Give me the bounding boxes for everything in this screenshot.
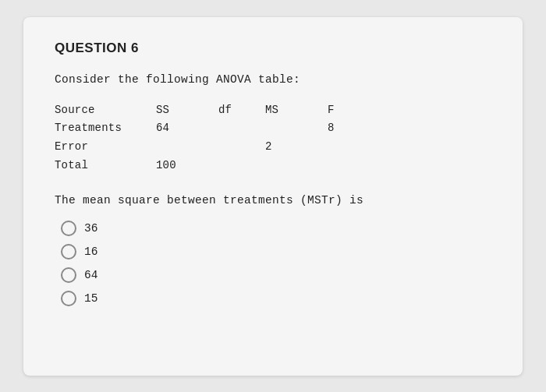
- source-treatments: Treatments: [55, 119, 156, 138]
- question-card: QUESTION 6 Consider the following ANOVA …: [23, 17, 523, 376]
- ss-error: [156, 138, 218, 157]
- col-ms-header: MS: [265, 101, 328, 120]
- ms-total: [265, 157, 328, 175]
- ss-total: 100: [156, 157, 218, 175]
- table-row-error: Error 2: [55, 138, 491, 157]
- question-text: The mean square between treatments (MSTr…: [55, 194, 491, 207]
- source-error: Error: [55, 138, 156, 157]
- options-list: 36 16 64 15: [61, 221, 491, 306]
- option-label-16: 16: [84, 245, 98, 258]
- df-total: [218, 157, 265, 175]
- df-error: [218, 138, 265, 157]
- table-row-total: Total 100: [55, 157, 491, 175]
- ms-treatments: [265, 119, 328, 138]
- f-treatments: 8: [328, 119, 374, 138]
- ms-error: 2: [265, 138, 328, 157]
- anova-table: Source SS df MS F Treatments 64 8 Error …: [55, 101, 491, 175]
- col-source-header: Source: [55, 101, 156, 120]
- source-total: Total: [55, 157, 156, 175]
- option-label-15: 15: [84, 292, 98, 305]
- option-label-64: 64: [84, 269, 98, 281]
- col-ss-header: SS: [156, 101, 218, 120]
- option-36[interactable]: 36: [61, 221, 491, 236]
- ss-treatments: 64: [156, 119, 218, 138]
- f-error: [328, 138, 374, 157]
- option-15[interactable]: 15: [61, 291, 491, 306]
- option-label-36: 36: [84, 222, 98, 235]
- radio-36[interactable]: [61, 221, 76, 236]
- col-f-header: F: [328, 101, 374, 120]
- df-treatments: [218, 119, 265, 138]
- option-16[interactable]: 16: [61, 244, 491, 260]
- table-header-row: Source SS df MS F: [55, 101, 491, 120]
- radio-15[interactable]: [61, 291, 76, 306]
- option-64[interactable]: 64: [61, 267, 491, 283]
- table-row-treatments: Treatments 64 8: [55, 119, 491, 138]
- radio-64[interactable]: [61, 267, 76, 283]
- radio-16[interactable]: [61, 244, 76, 260]
- question-title: QUESTION 6: [55, 41, 491, 56]
- question-intro: Consider the following ANOVA table:: [55, 73, 491, 86]
- f-total: [328, 157, 374, 175]
- col-df-header: df: [218, 101, 265, 120]
